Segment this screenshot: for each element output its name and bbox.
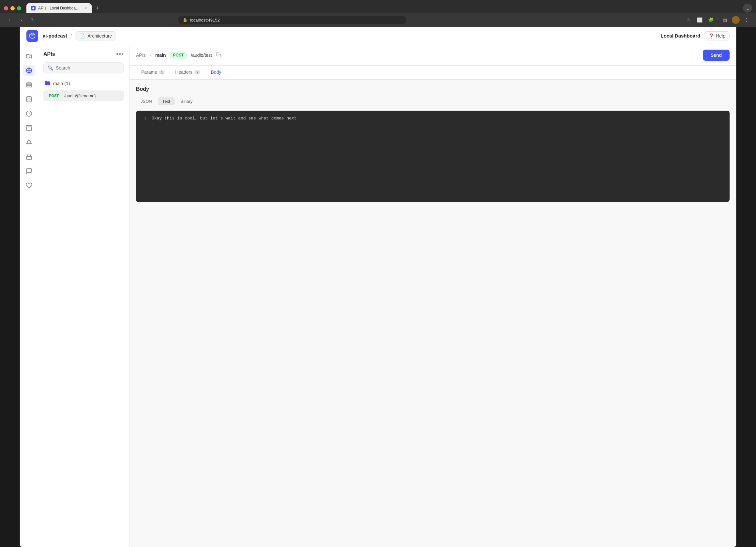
menu-icon[interactable]: ⋮ xyxy=(742,16,751,24)
app-body: APIs ••• 🔍 main (1) POST /audio/{filenam… xyxy=(20,45,736,547)
traffic-lights xyxy=(4,6,21,10)
user-avatar[interactable] xyxy=(732,16,740,24)
request-method-badge: POST xyxy=(170,52,187,59)
url-bar[interactable]: 🔒 localhost:49152 xyxy=(178,16,406,24)
reload-button[interactable]: ↻ xyxy=(29,16,37,24)
sidebar-item-database[interactable] xyxy=(23,79,35,91)
maximize-button[interactable] xyxy=(17,6,21,10)
breadcrumb-main: main xyxy=(155,53,166,58)
tab-params[interactable]: Params 1 xyxy=(136,66,170,79)
breadcrumb-separator: / xyxy=(70,33,72,39)
svg-rect-6 xyxy=(26,156,31,159)
title-bar: APIs | Local Dashboard | Nitri… ✕ + ⌄ xyxy=(0,0,756,13)
line-numbers: 1 xyxy=(141,116,146,197)
close-button[interactable] xyxy=(4,6,8,10)
search-input[interactable] xyxy=(56,65,120,70)
svg-rect-7 xyxy=(218,54,221,57)
sidebar-item-map[interactable] xyxy=(23,50,35,62)
tab-close-button[interactable]: ✕ xyxy=(84,6,87,10)
search-box[interactable]: 🔍 xyxy=(43,62,124,73)
help-icon: ❓ xyxy=(708,33,714,38)
page-label: Architecture xyxy=(87,33,112,38)
toolbar-divider xyxy=(718,17,718,23)
minimize-button[interactable] xyxy=(10,6,15,10)
sidebar-item-favorite[interactable] xyxy=(23,179,35,191)
app-header: ai-podcast / 📄 Architecture Local Dashbo… xyxy=(20,27,736,45)
tabs-bar: Params 1 Headers 2 Body xyxy=(129,66,736,80)
request-breadcrumb-sep: › xyxy=(150,52,151,58)
svg-rect-1 xyxy=(26,83,31,84)
svg-point-4 xyxy=(26,97,31,98)
architecture-link[interactable]: 📄 Architecture xyxy=(75,31,116,40)
folder-name: main (1) xyxy=(53,81,70,86)
tab-headers-badge: 2 xyxy=(194,70,200,74)
search-icon: 🔍 xyxy=(48,65,53,70)
body-type-text[interactable]: Text xyxy=(158,97,175,105)
breadcrumb: ai-podcast / 📄 Architecture xyxy=(43,31,661,40)
body-type-tabs: JSON Text Binary xyxy=(136,97,730,105)
back-button[interactable]: ‹ xyxy=(5,16,14,24)
request-route: /audio/test xyxy=(191,53,212,58)
new-tab-button[interactable]: + xyxy=(93,4,102,13)
page-icon: 📄 xyxy=(79,33,85,38)
app-window: ai-podcast / 📄 Architecture Local Dashbo… xyxy=(20,27,736,547)
svg-rect-3 xyxy=(26,86,31,87)
code-editor[interactable]: 1 Okay this is cool, but let's wait and … xyxy=(136,111,730,202)
folder-item-main[interactable]: main (1) xyxy=(43,78,124,89)
api-panel-menu-button[interactable]: ••• xyxy=(116,50,124,58)
sidebar-item-notification[interactable] xyxy=(23,136,35,148)
method-badge: POST xyxy=(47,93,61,98)
sidebar-item-archive[interactable] xyxy=(23,122,35,134)
tab-params-label: Params xyxy=(141,69,157,75)
project-name[interactable]: ai-podcast xyxy=(43,33,67,38)
body-section-title: Body xyxy=(136,86,730,92)
dashboard-label: Local Dashboard xyxy=(661,33,701,38)
main-content: APIs › main POST /audio/test Send Params… xyxy=(129,45,736,547)
body-type-json[interactable]: JSON xyxy=(136,97,157,105)
tab-params-badge: 1 xyxy=(159,70,165,74)
body-type-binary[interactable]: Binary xyxy=(176,97,197,105)
send-button[interactable]: Send xyxy=(703,50,730,61)
body-section: Body JSON Text Binary 1 Okay this is coo… xyxy=(129,80,736,547)
header-right: Local Dashboard ❓ Help xyxy=(661,31,730,40)
copy-icon[interactable] xyxy=(216,52,221,58)
tab-overflow-button[interactable]: ⌄ xyxy=(743,4,752,13)
tab-headers[interactable]: Headers 2 xyxy=(170,66,205,79)
api-panel-title: APIs xyxy=(43,51,55,57)
tab-body-label: Body xyxy=(211,69,221,75)
tab-headers-label: Headers xyxy=(175,69,192,75)
sidebar-item-security[interactable] xyxy=(23,151,35,162)
tab-favicon xyxy=(31,6,36,10)
security-icon: 🔒 xyxy=(183,18,188,22)
breadcrumb-apis[interactable]: APIs xyxy=(136,53,146,58)
address-bar: ‹ › ↻ 🔒 localhost:49152 ☆ ⬜ 🧩 ▤ ⋮ xyxy=(0,13,756,27)
active-tab[interactable]: APIs | Local Dashboard | Nitri… ✕ xyxy=(26,3,92,13)
sidebar-item-schedule[interactable] xyxy=(23,108,35,119)
folder-icon xyxy=(45,80,51,87)
code-content[interactable]: Okay this is cool, but let's wait and se… xyxy=(152,116,724,197)
app-logo xyxy=(26,30,38,42)
tab-manager-icon[interactable]: ▤ xyxy=(721,16,729,24)
route-path: /audio/{filename} xyxy=(64,93,96,98)
tab-bar: APIs | Local Dashboard | Nitri… ✕ + ⌄ xyxy=(26,3,752,13)
tab-body[interactable]: Body xyxy=(205,66,226,79)
tab-title: APIs | Local Dashboard | Nitri… xyxy=(38,6,80,10)
toolbar-icons: ☆ ⬜ 🧩 ▤ ⋮ xyxy=(685,16,751,24)
sidebar-item-api[interactable] xyxy=(23,65,35,76)
api-panel: APIs ••• 🔍 main (1) POST /audio/{filenam… xyxy=(38,45,129,547)
sidebar-item-storage[interactable] xyxy=(23,93,35,105)
browser-chrome: APIs | Local Dashboard | Nitri… ✕ + ⌄ ‹ … xyxy=(0,0,756,27)
api-route-item[interactable]: POST /audio/{filename} xyxy=(43,90,124,101)
help-label: Help xyxy=(716,33,725,38)
extensions-icon[interactable]: 🧩 xyxy=(707,16,715,24)
cast-icon[interactable]: ⬜ xyxy=(696,16,704,24)
request-bar: APIs › main POST /audio/test Send xyxy=(129,45,736,66)
sidebar-item-chat[interactable] xyxy=(23,165,35,177)
url-text: localhost:49152 xyxy=(190,18,220,23)
svg-rect-2 xyxy=(26,84,31,85)
help-button[interactable]: ❓ Help xyxy=(704,31,730,40)
bookmark-icon[interactable]: ☆ xyxy=(685,16,693,24)
forward-button[interactable]: › xyxy=(17,16,25,24)
sidebar-icons xyxy=(20,45,38,547)
api-panel-header: APIs ••• xyxy=(43,50,124,58)
